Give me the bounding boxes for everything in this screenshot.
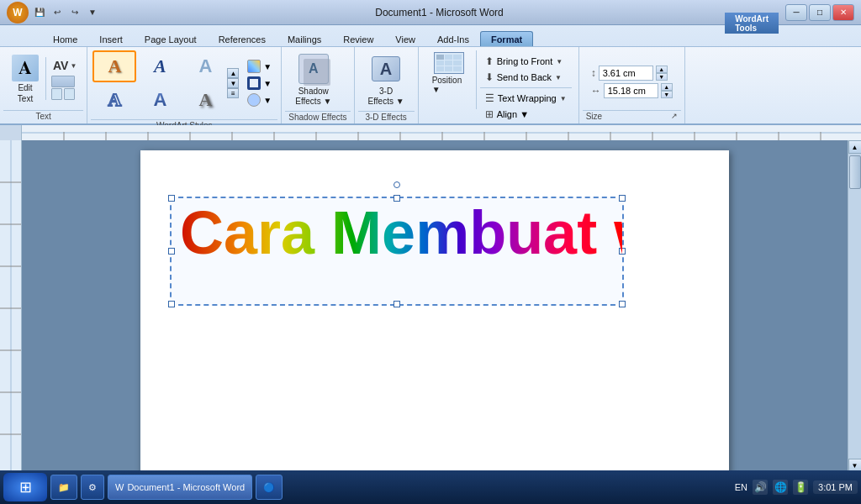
width-down[interactable]: ▼	[661, 91, 673, 98]
tab-review[interactable]: Review	[332, 31, 384, 47]
text-wrapping-label: Text Wrapping	[498, 93, 557, 103]
tab-view[interactable]: View	[384, 31, 426, 47]
send-back-icon: ⬇	[485, 71, 494, 83]
gallery-scroll-more[interactable]: ≡	[227, 88, 239, 98]
wordart-style-item-4[interactable]: A	[92, 84, 136, 116]
text-format-btn3[interactable]	[64, 88, 75, 100]
size-dialog-btn[interactable]: ↗	[671, 112, 678, 121]
handle-bl[interactable]	[168, 301, 175, 307]
wordart-container[interactable]: Cara Membuat word art	[170, 197, 624, 306]
size-inputs: ↕ 3.61 cm ▲ ▼ ↔ 15.18 cm	[586, 55, 678, 102]
horizontal-ruler	[22, 125, 861, 140]
ruler-area	[0, 125, 861, 140]
wordart-gallery: A A A A A	[91, 49, 277, 118]
tray-icon-1[interactable]: 🔊	[753, 480, 768, 495]
vertical-ruler	[0, 140, 22, 472]
minimize-button[interactable]: ─	[785, 4, 807, 21]
taskbar-chrome[interactable]: ⚙	[81, 475, 104, 500]
wordart-style-item-1[interactable]: A	[92, 50, 136, 82]
tab-format[interactable]: Format	[480, 31, 533, 47]
threed-effects-button[interactable]: A 3-D Effects ▼	[362, 50, 411, 108]
scroll-up-button[interactable]: ▲	[848, 140, 862, 154]
shape-outline-button[interactable]: ▼	[245, 76, 274, 91]
edit-text-label: Edit	[18, 83, 32, 92]
send-back-arrow: ▼	[555, 74, 562, 81]
bring-front-button[interactable]: ⬆ Bring to Front ▼	[480, 54, 572, 69]
height-up[interactable]: ▲	[656, 66, 668, 73]
handle-br[interactable]	[619, 301, 626, 307]
tray-icon-3[interactable]: 🔋	[793, 480, 808, 495]
gallery-scroll-up[interactable]: ▲	[227, 68, 239, 78]
text-wrapping-icon: ☰	[485, 92, 494, 104]
threed-label1: 3-D	[379, 87, 393, 96]
position-button[interactable]: Position ▼	[425, 50, 473, 96]
tab-addins[interactable]: Add-Ins	[426, 31, 480, 47]
tab-home[interactable]: Home	[42, 31, 88, 47]
text-format-btn2[interactable]	[51, 88, 62, 100]
threed-effects-group: A 3-D Effects ▼ 3-D Effects	[355, 47, 419, 123]
text-format-btn1[interactable]	[51, 76, 75, 87]
redo-button[interactable]: ↪	[67, 5, 82, 20]
ribbon-content: 𝐀 Edit Text AV ▼	[0, 46, 861, 123]
close-button[interactable]: ✕	[832, 4, 854, 21]
height-input[interactable]: 3.61 cm	[599, 66, 653, 81]
bring-front-label: Bring to Front	[497, 56, 553, 66]
start-button[interactable]: ⊞	[3, 473, 47, 501]
height-row: ↕ 3.61 cm ▲ ▼	[591, 59, 673, 81]
wordart-style-item-3[interactable]: A	[183, 50, 227, 82]
height-icon: ↕	[591, 67, 596, 79]
width-up[interactable]: ▲	[661, 83, 673, 91]
send-back-button[interactable]: ⬇ Send to Back ▼	[480, 70, 572, 85]
height-down[interactable]: ▼	[656, 73, 668, 81]
save-button[interactable]: 💾	[32, 5, 47, 20]
change-shape-button[interactable]: ▼	[245, 92, 274, 108]
scroll-thumb[interactable]	[849, 155, 861, 189]
align-label: Align ▼	[497, 109, 529, 119]
extra-icon: 🔵	[263, 482, 275, 493]
position-icon: Position ▼	[432, 52, 466, 94]
bring-front-arrow: ▼	[556, 58, 563, 66]
arrange-group: Position ▼ ⬆ Bring to Front ▼ ⬇ Send to …	[419, 47, 579, 123]
shadow-effects-content: A Shadow Effects ▼	[285, 49, 350, 109]
wordart-style-item-5[interactable]: A	[138, 84, 182, 116]
text-wrapping-arrow: ▼	[560, 95, 567, 102]
bring-front-icon: ⬆	[485, 55, 494, 67]
tab-page-layout[interactable]: Page Layout	[134, 31, 208, 47]
ruler-corner	[0, 125, 22, 140]
tab-mailings[interactable]: Mailings	[277, 31, 332, 47]
tab-references[interactable]: References	[208, 31, 277, 47]
document-area: Cara Membuat word art	[22, 140, 848, 472]
edit-text-button[interactable]: 𝐀 Edit Text	[7, 52, 44, 106]
lang-indicator: EN	[735, 482, 747, 492]
shadow-label2: Effects ▼	[295, 97, 331, 106]
text-wrapping-button[interactable]: ☰ Text Wrapping ▼	[480, 91, 572, 106]
tray-icon-2[interactable]: 🌐	[773, 480, 788, 495]
taskbar-word[interactable]: W Document1 - Microsoft Word	[108, 475, 252, 500]
folder-icon: 📁	[58, 482, 70, 493]
taskbar-extra[interactable]: 🔵	[256, 475, 283, 500]
shadow-label1: Shadow	[298, 87, 329, 96]
shadow-effects-button[interactable]: A Shadow Effects ▼	[288, 50, 338, 108]
rotate-handle[interactable]	[394, 181, 400, 188]
taskbar-folder[interactable]: 📁	[50, 475, 77, 500]
office-button[interactable]: W	[7, 2, 29, 24]
wordart-style-item-6[interactable]: A	[183, 84, 227, 116]
size-group: ↕ 3.61 cm ▲ ▼ ↔ 15.18 cm	[579, 47, 685, 123]
edit-text-icon: 𝐀	[12, 55, 39, 81]
document-page[interactable]: Cara Membuat word art	[140, 150, 729, 472]
height-spinner: ▲ ▼	[656, 66, 668, 81]
undo-button[interactable]: ↩	[50, 5, 65, 20]
tab-insert[interactable]: Insert	[88, 31, 134, 47]
gallery-scroll-down[interactable]: ▼	[227, 78, 239, 88]
align-button[interactable]: ⊞ Align ▼	[480, 107, 572, 122]
width-input[interactable]: 15.18 cm	[604, 83, 658, 98]
align-icon: ⊞	[485, 108, 494, 120]
title-bar: W 💾 ↩ ↪ ▼ Document1 - Microsoft Word Wor…	[0, 0, 861, 25]
handle-bm[interactable]	[394, 301, 400, 307]
customize-button[interactable]: ▼	[85, 5, 100, 20]
spacing-button[interactable]: AV ▼	[50, 57, 80, 74]
wordart-style-item-2[interactable]: A	[138, 50, 182, 82]
threed-content: A 3-D Effects ▼	[358, 49, 415, 109]
shape-fill-button[interactable]: ▼	[245, 59, 274, 74]
maximize-button[interactable]: □	[809, 4, 831, 21]
